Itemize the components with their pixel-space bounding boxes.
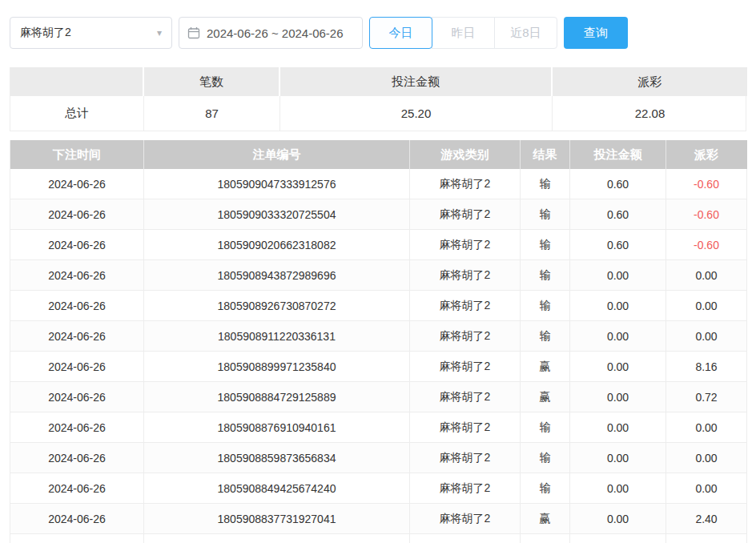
bet-amount-cell: 0.60 xyxy=(570,230,666,260)
game-type-cell: 麻将胡了2 xyxy=(410,199,521,230)
table-row: 2024-06-261805909033320725504麻将胡了2输0.60-… xyxy=(10,199,746,230)
game-select[interactable]: 麻将胡了2 ▾ xyxy=(10,17,172,49)
quick-date-buttons: 今日昨日近8日 xyxy=(369,17,557,49)
order-no-cell xyxy=(144,534,410,543)
game-type-cell: 麻将胡了2 xyxy=(410,443,521,473)
payout-cell: 0.72 xyxy=(666,382,747,412)
bet-time-cell: 2024-06-26 xyxy=(10,412,144,443)
summary-total-row: 总计 87 25.20 22.08 xyxy=(10,96,746,131)
bet-amount-cell: 0.00 xyxy=(570,352,666,382)
game-type-cell: 麻将胡了2 xyxy=(410,352,521,382)
bet-time-cell: 2024-06-26 xyxy=(10,473,144,504)
table-row: 2024-06-261805909047333912576麻将胡了2输0.60-… xyxy=(10,169,746,199)
quick-date-button-0[interactable]: 今日 xyxy=(369,17,432,49)
result-cell: 赢 xyxy=(521,352,570,382)
result-cell: 输 xyxy=(521,443,570,473)
table-row: 2024-06-261805909020662318082麻将胡了2输0.60-… xyxy=(10,230,746,260)
game-type-cell: 麻将胡了2 xyxy=(410,291,521,321)
payout-cell: 2.40 xyxy=(666,504,747,534)
order-no-cell: 1805909020662318082 xyxy=(144,230,410,260)
quick-date-button-2[interactable]: 近8日 xyxy=(494,17,557,49)
bet-time-cell: 2024-06-26 xyxy=(10,169,144,199)
summary-total-bet-amount: 25.20 xyxy=(280,96,553,131)
order-no-cell: 1805908899971235840 xyxy=(144,352,410,382)
bet-amount-cell: 0.60 xyxy=(570,199,666,230)
order-no-cell: 1805909033320725504 xyxy=(144,199,410,230)
payout-cell: 8.16 xyxy=(666,352,747,382)
bet-amount-cell: 0.00 xyxy=(570,291,666,321)
result-cell: 输 xyxy=(521,260,570,291)
result-cell: 输 xyxy=(521,169,570,199)
bet-amount-cell: 0.00 xyxy=(570,382,666,412)
order-no-cell: 1805908837731927041 xyxy=(144,504,410,534)
game-type-cell: 麻将胡了2 xyxy=(410,382,521,412)
result-cell: 赢 xyxy=(521,382,570,412)
table-row-partial xyxy=(10,534,746,543)
bet-amount-cell: 0.00 xyxy=(570,412,666,443)
bet-amount-cell: 0.60 xyxy=(570,169,666,199)
summary-header-bet-amount: 投注金额 xyxy=(280,67,553,96)
bet-time-cell: 2024-06-26 xyxy=(10,382,144,412)
game-type-cell: 麻将胡了2 xyxy=(410,260,521,291)
order-no-cell: 1805908849425674240 xyxy=(144,473,410,504)
bet-time-cell: 2024-06-26 xyxy=(10,321,144,352)
date-range-value: 2024-06-26 ~ 2024-06-26 xyxy=(207,26,344,40)
header-bet-time: 下注时间 xyxy=(10,140,144,169)
chevron-down-icon: ▾ xyxy=(157,27,162,38)
payout-cell: 0.00 xyxy=(666,412,747,443)
result-cell: 输 xyxy=(521,199,570,230)
result-cell: 输 xyxy=(521,230,570,260)
game-select-value: 麻将胡了2 xyxy=(20,26,71,40)
table-row: 2024-06-261805908859873656834麻将胡了2输0.000… xyxy=(10,443,746,473)
summary-table: 笔数 投注金额 派彩 总计 87 25.20 22.08 xyxy=(10,67,746,131)
bet-amount-cell xyxy=(570,534,666,543)
records-table-body: 2024-06-261805909047333912576麻将胡了2输0.60-… xyxy=(10,169,746,543)
bet-amount-cell: 0.00 xyxy=(570,260,666,291)
summary-header-payout: 派彩 xyxy=(553,67,747,96)
payout-cell: 0.00 xyxy=(666,473,747,504)
payout-cell: -0.60 xyxy=(666,230,747,260)
table-row: 2024-06-261805908884729125889麻将胡了2赢0.000… xyxy=(10,382,746,412)
records-table-header: 下注时间 注单编号 游戏类别 结果 投注金额 派彩 xyxy=(10,140,746,169)
order-no-cell: 1805908926730870272 xyxy=(144,291,410,321)
game-type-cell: 麻将胡了2 xyxy=(410,473,521,504)
result-cell: 输 xyxy=(521,473,570,504)
bet-time-cell xyxy=(10,534,144,543)
bet-amount-cell: 0.00 xyxy=(570,504,666,534)
result-cell: 输 xyxy=(521,321,570,352)
game-type-cell: 麻将胡了2 xyxy=(410,230,521,260)
order-no-cell: 1805908911220336131 xyxy=(144,321,410,352)
result-cell: 赢 xyxy=(521,504,570,534)
header-payout: 派彩 xyxy=(666,140,747,169)
payout-cell xyxy=(666,534,747,543)
filter-bar: 麻将胡了2 ▾ 2024-06-26 ~ 2024-06-26 今日昨日近8日 … xyxy=(10,16,746,50)
game-type-cell xyxy=(410,534,521,543)
table-row: 2024-06-261805908911220336131麻将胡了2输0.000… xyxy=(10,321,746,352)
payout-cell: 0.00 xyxy=(666,443,747,473)
summary-total-count: 87 xyxy=(144,96,280,131)
calendar-icon xyxy=(187,26,200,39)
bet-amount-cell: 0.00 xyxy=(570,473,666,504)
order-no-cell: 1805908876910940161 xyxy=(144,412,410,443)
order-no-cell: 1805908859873656834 xyxy=(144,443,410,473)
quick-date-button-1[interactable]: 昨日 xyxy=(432,17,495,49)
game-type-cell: 麻将胡了2 xyxy=(410,321,521,352)
header-game-type: 游戏类别 xyxy=(410,140,521,169)
table-row: 2024-06-261805908899971235840麻将胡了2赢0.008… xyxy=(10,352,746,382)
bet-time-cell: 2024-06-26 xyxy=(10,260,144,291)
summary-header-blank xyxy=(10,67,144,96)
result-cell xyxy=(521,534,570,543)
search-button[interactable]: 查询 xyxy=(564,17,628,49)
bet-amount-cell: 0.00 xyxy=(570,443,666,473)
table-row: 2024-06-261805908876910940161麻将胡了2输0.000… xyxy=(10,412,746,443)
header-order-no: 注单编号 xyxy=(144,140,410,169)
bet-time-cell: 2024-06-26 xyxy=(10,291,144,321)
header-bet-amount: 投注金额 xyxy=(570,140,666,169)
payout-cell: 0.00 xyxy=(666,321,747,352)
bet-time-cell: 2024-06-26 xyxy=(10,443,144,473)
bet-time-cell: 2024-06-26 xyxy=(10,504,144,534)
summary-total-label: 总计 xyxy=(10,96,144,131)
payout-cell: -0.60 xyxy=(666,169,747,199)
summary-header-row: 笔数 投注金额 派彩 xyxy=(10,67,746,96)
date-range-picker[interactable]: 2024-06-26 ~ 2024-06-26 xyxy=(179,17,363,49)
